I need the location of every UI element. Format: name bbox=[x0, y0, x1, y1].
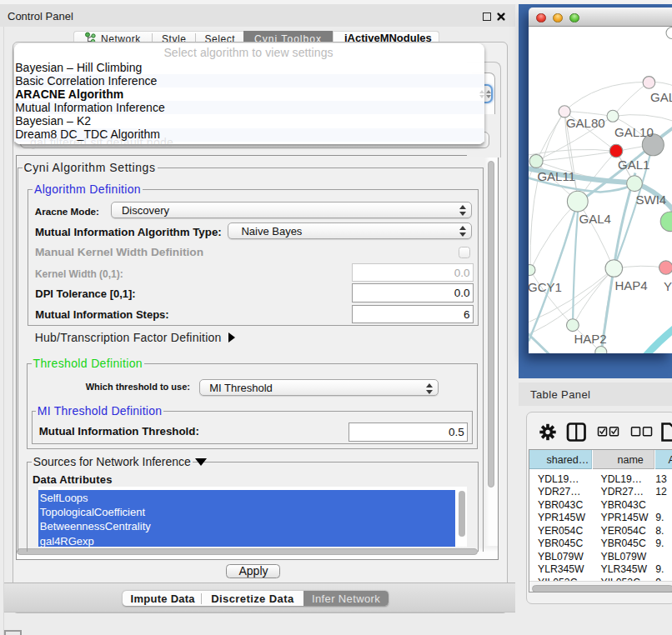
svg-text:GAL80: GAL80 bbox=[566, 116, 605, 130]
svg-text:GAL: GAL bbox=[650, 89, 672, 103]
svg-text:GAL4: GAL4 bbox=[579, 211, 611, 225]
svg-text:SWI4: SWI4 bbox=[636, 192, 667, 206]
svg-text:HAP2: HAP2 bbox=[574, 331, 606, 345]
svg-text:GAL1: GAL1 bbox=[618, 158, 649, 172]
svg-text:GAL11: GAL11 bbox=[537, 168, 575, 182]
svg-text:GCY1: GCY1 bbox=[529, 279, 562, 293]
svg-text:Y: Y bbox=[664, 278, 672, 292]
svg-text:HAP4: HAP4 bbox=[615, 278, 648, 292]
svg-text:GAL10: GAL10 bbox=[614, 124, 654, 138]
